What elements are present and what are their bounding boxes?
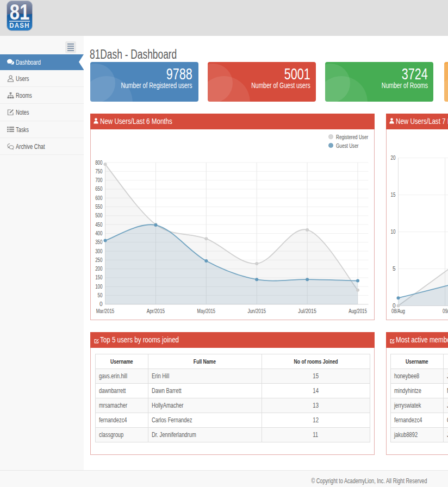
svg-text:Apr/2015: Apr/2015 [146, 308, 165, 314]
svg-text:500: 500 [95, 213, 103, 218]
svg-text:08/Aug: 08/Aug [391, 308, 405, 314]
svg-text:0: 0 [99, 301, 102, 307]
svg-text:200: 200 [95, 266, 103, 272]
svg-text:Mar/2015: Mar/2015 [96, 308, 114, 314]
svg-text:250: 250 [95, 257, 103, 263]
svg-text:20: 20 [390, 155, 395, 161]
svg-text:15: 15 [390, 192, 395, 198]
svg-text:5: 5 [392, 266, 395, 272]
svg-text:400: 400 [95, 230, 103, 236]
svg-text:550: 550 [95, 204, 103, 210]
svg-text:May/2015: May/2015 [197, 308, 215, 314]
svg-text:700: 700 [95, 177, 103, 183]
svg-text:81: 81 [10, 1, 29, 24]
svg-text:750: 750 [95, 168, 103, 174]
svg-text:50: 50 [97, 292, 102, 298]
svg-text:DASH: DASH [9, 22, 30, 30]
svg-text:100: 100 [95, 283, 103, 289]
svg-text:Jun/2015: Jun/2015 [247, 308, 266, 314]
svg-text:Jul/2015: Jul/2015 [298, 308, 316, 314]
svg-text:800: 800 [95, 159, 103, 165]
svg-text:350: 350 [95, 239, 103, 245]
svg-text:300: 300 [95, 248, 103, 254]
svg-text:450: 450 [95, 221, 103, 227]
svg-text:09/Aug: 09/Aug [443, 308, 448, 314]
svg-text:650: 650 [95, 186, 103, 192]
svg-text:Aug/2015: Aug/2015 [349, 308, 367, 314]
svg-text:600: 600 [95, 195, 103, 201]
svg-text:150: 150 [95, 274, 103, 280]
svg-text:10: 10 [390, 229, 395, 235]
